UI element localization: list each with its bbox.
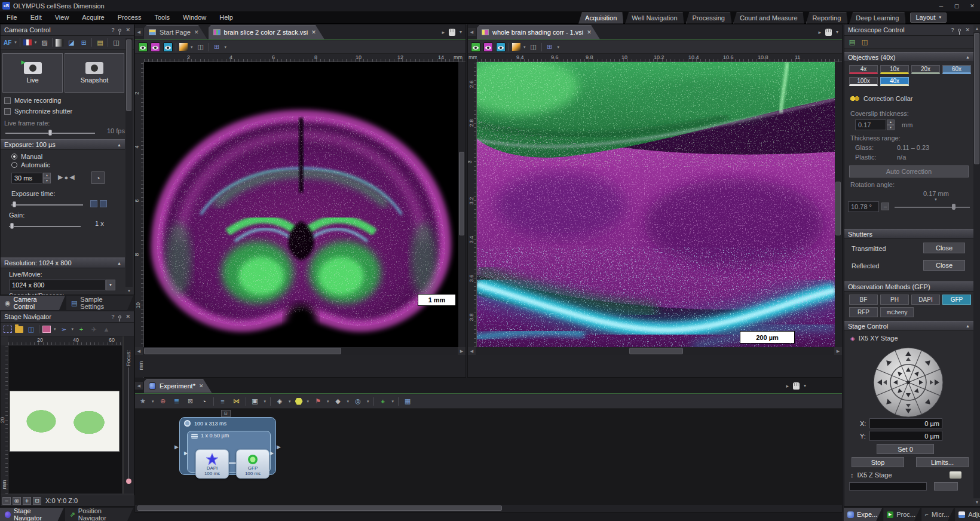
chevron-down-icon[interactable]: ▾	[264, 399, 267, 404]
observation-bf-button[interactable]: BF	[849, 295, 878, 305]
scroll-right-icon[interactable]: ▶	[834, 347, 842, 355]
help-icon[interactable]: ?	[951, 27, 954, 33]
tab-experiment[interactable]: Experiment* ✕	[144, 379, 212, 393]
close-tab-icon[interactable]: ✕	[194, 29, 199, 35]
copy-display-icon[interactable]: ◫	[529, 42, 538, 52]
menu-help[interactable]: Help	[213, 11, 240, 24]
chevron-down-icon[interactable]: ▾	[35, 40, 37, 45]
tab-start-page[interactable]: Start Page ✕	[144, 25, 207, 39]
chevron-down-icon[interactable]: ▾	[367, 399, 369, 404]
white-balance-icon[interactable]	[23, 39, 32, 45]
chevron-down-icon[interactable]: ▾	[307, 399, 310, 404]
minimize-button[interactable]: ─	[933, 0, 949, 11]
tab-scroll-right-icon[interactable]: ▸	[818, 29, 821, 35]
panel-menu-icon[interactable]: ▾	[804, 383, 806, 388]
live-button[interactable]: ▶ Live	[2, 53, 63, 93]
exposure-manual-radio[interactable]: Manual	[11, 153, 42, 160]
x-position-field[interactable]: 0 µm	[869, 418, 942, 428]
help-icon[interactable]: ?	[111, 27, 114, 33]
histogram-lut-icon[interactable]	[56, 39, 63, 47]
maximize-button[interactable]: ▢	[949, 0, 964, 11]
grid-icon[interactable]: ⊞	[79, 38, 88, 47]
tab-scroll-right-icon[interactable]: ▸	[442, 29, 445, 35]
tab-count-and-measure[interactable]: Count and Measure	[733, 12, 804, 24]
resolution-section-header[interactable]: Resolution: 1024 x 800 ▲	[1, 258, 125, 268]
exposure-automatic-radio[interactable]: Automatic	[11, 161, 50, 168]
pin-icon[interactable]	[118, 315, 121, 318]
pan-hand-icon[interactable]	[825, 29, 832, 36]
chevron-down-icon[interactable]: ▾	[54, 327, 56, 332]
pin-icon[interactable]	[118, 29, 121, 32]
coverslip-thickness-input[interactable]: 0.17	[855, 119, 886, 130]
close-panel-icon[interactable]: ✕	[125, 314, 130, 320]
rotation-slider[interactable]	[895, 204, 970, 211]
z-position-field[interactable]	[849, 482, 927, 491]
chevron-down-icon[interactable]: ▾	[289, 399, 291, 404]
tab-scroll-right-icon[interactable]: ▸	[786, 383, 789, 389]
select-region-icon[interactable]	[4, 326, 12, 333]
coverslip-spinner[interactable]: ▲▼	[887, 119, 895, 130]
hourglass-icon[interactable]: ⋈	[232, 397, 241, 406]
roi-icon[interactable]: ▨	[39, 38, 49, 47]
spin-down-icon[interactable]: ▼	[43, 178, 51, 183]
stage-jog-wheel[interactable]	[872, 345, 945, 420]
close-button[interactable]: ✕	[964, 0, 980, 11]
open-icon[interactable]	[15, 326, 23, 333]
tab-deep-learning[interactable]: Deep Learning	[849, 12, 905, 24]
lut-icon[interactable]	[179, 43, 188, 51]
close-tab-icon[interactable]: ✕	[587, 29, 592, 35]
layout-table-icon[interactable]: ▦	[403, 397, 412, 406]
color-view-icon[interactable]: ⊕	[158, 397, 168, 406]
chevron-down-icon[interactable]: ▾	[225, 45, 227, 50]
chevron-down-icon[interactable]: ▾	[523, 45, 526, 50]
objective-40x-button[interactable]: 40x	[880, 77, 909, 86]
fit-view-icon[interactable]: ⊡	[33, 497, 41, 505]
channel-green-eye-icon[interactable]	[471, 42, 480, 52]
exposure-min-button[interactable]	[90, 200, 97, 207]
auto-exposure-once-button[interactable]: ◔	[91, 171, 105, 184]
node-dapi[interactable]: DAPI 100 ms	[195, 449, 229, 479]
objective-100x-button[interactable]: 100x	[849, 77, 878, 86]
objectives-section-header[interactable]: Objectives (40x) ▲	[844, 52, 973, 62]
transmitted-close-button[interactable]: Close	[923, 243, 965, 253]
chevron-down-icon[interactable]: ▾	[327, 399, 329, 404]
pan-hand-icon[interactable]	[449, 29, 455, 36]
slide-overview-image[interactable]	[10, 391, 120, 452]
pan-hand-icon[interactable]	[793, 382, 800, 390]
gain-slider[interactable]	[9, 223, 81, 230]
objective-60x-button[interactable]: 60x	[942, 65, 971, 74]
close-panel-icon[interactable]: ✕	[965, 27, 970, 33]
scroll-right-icon[interactable]: ▶	[458, 347, 466, 355]
menu-acquire[interactable]: Acquire	[75, 11, 111, 24]
palette-icon[interactable]: ▤	[95, 38, 105, 47]
layout-button[interactable]: Layout ▾	[910, 13, 947, 23]
tab-position-navigator[interactable]: ⇗ Position Navigator	[65, 508, 134, 521]
lut-icon[interactable]	[512, 43, 520, 51]
tab-brain-slice-document[interactable]: brain slice 2 color Z stack.vsi ✕	[209, 25, 324, 39]
chevron-down-icon[interactable]: ▾	[558, 45, 560, 50]
objective-20x-button[interactable]: 20x	[911, 65, 940, 74]
tab-scroll-left-icon[interactable]: ◀	[135, 382, 143, 390]
chevron-down-icon[interactable]: ▾	[392, 399, 394, 404]
menu-tools[interactable]: Tools	[148, 11, 176, 24]
chevron-down-icon[interactable]: ▾	[152, 399, 154, 404]
viewer-left-v-scrollbar[interactable]	[458, 62, 466, 347]
channel-magenta-eye-icon[interactable]	[483, 42, 493, 52]
layers-icon[interactable]: ≣	[172, 397, 182, 406]
aperture-icon[interactable]: ◈	[275, 397, 284, 406]
rotation-angle-input[interactable]: 10.78 °	[848, 201, 879, 212]
exposure-decrease-icon[interactable]: ◀	[69, 173, 74, 181]
overlay-icon[interactable]: ◪	[66, 38, 76, 47]
movie-recording-checkbox[interactable]: Movie recording	[4, 97, 61, 104]
tab-processing[interactable]: Processing	[686, 12, 731, 24]
viewer-menu-icon[interactable]: ▾	[836, 29, 838, 35]
hippocampus-image[interactable]: 200 µm	[477, 62, 835, 347]
focus-position-dot[interactable]	[126, 479, 131, 484]
exposure-time-slider[interactable]	[11, 201, 83, 209]
scroll-left-icon[interactable]: ◀	[135, 347, 143, 355]
menu-file[interactable]: File	[0, 11, 24, 24]
tab-acquisition[interactable]: Acquisition	[578, 12, 623, 24]
add-position-icon[interactable]: +	[76, 324, 86, 334]
menu-edit[interactable]: Edit	[24, 11, 48, 24]
zoom-out-icon[interactable]: −	[2, 497, 11, 505]
